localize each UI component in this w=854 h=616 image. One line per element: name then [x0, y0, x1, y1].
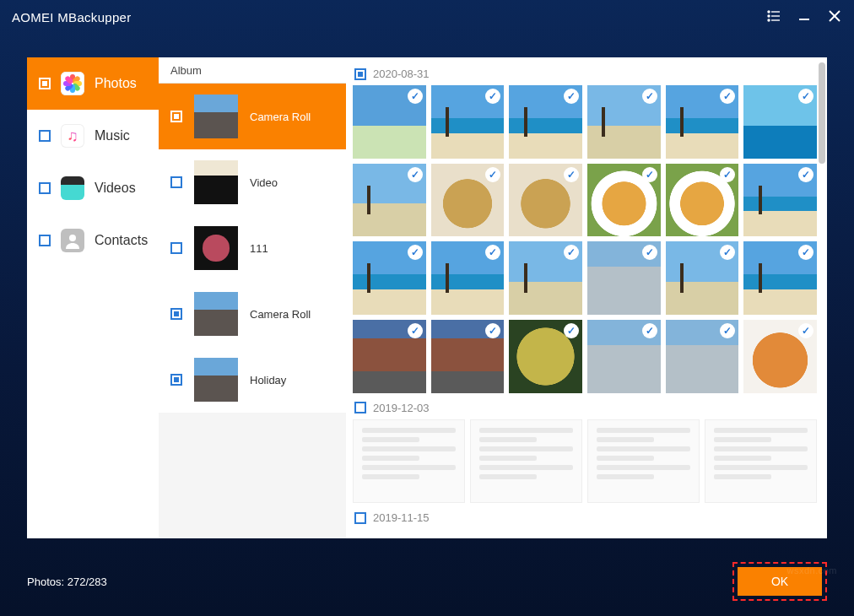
check-icon: ✓: [564, 167, 579, 182]
checkbox-icon[interactable]: [39, 235, 51, 246]
sidebar-item-label: Videos: [95, 181, 136, 196]
check-icon: ✓: [642, 245, 657, 260]
sidebar-item-label: Contacts: [95, 233, 148, 248]
photo-thumbnail[interactable]: ✓: [431, 241, 505, 315]
photo-thumbnail[interactable]: ✓: [587, 85, 661, 159]
photo-grid: ✓✓✓✓✓✓✓✓✓✓✓✓✓✓✓✓✓✓✓✓✓✓✓✓: [353, 85, 817, 393]
checkbox-icon[interactable]: [170, 308, 182, 320]
photo-thumbnail[interactable]: [705, 419, 817, 504]
check-icon: ✓: [642, 167, 657, 182]
date-group-header[interactable]: 2020-08-31: [354, 68, 817, 80]
photo-gallery: 2020-08-31 ✓✓✓✓✓✓✓✓✓✓✓✓✓✓✓✓✓✓✓✓✓✓✓✓ 2019…: [346, 57, 827, 538]
photo-thumbnail[interactable]: ✓: [743, 320, 817, 393]
close-icon[interactable]: [827, 10, 842, 24]
album-thumbnail: [194, 292, 238, 336]
category-sidebar: Photos ♫ Music Videos Contacts: [27, 57, 159, 538]
album-thumbnail: [194, 95, 238, 138]
check-icon: ✓: [408, 245, 423, 260]
photo-thumbnail[interactable]: ✓: [587, 164, 661, 237]
checkbox-icon[interactable]: [170, 176, 182, 188]
photo-thumbnail[interactable]: ✓: [353, 320, 426, 393]
checkbox-icon[interactable]: [170, 111, 182, 122]
date-group-header[interactable]: 2019-11-15: [354, 511, 817, 524]
album-111[interactable]: 111: [159, 215, 346, 281]
sidebar-item-videos[interactable]: Videos: [27, 162, 159, 214]
photo-thumbnail[interactable]: ✓: [587, 320, 661, 393]
check-icon: ✓: [798, 323, 813, 338]
list-view-icon[interactable]: [766, 9, 781, 25]
album-thumbnail: [194, 226, 238, 270]
check-icon: ✓: [564, 89, 579, 104]
checkbox-icon[interactable]: [170, 374, 182, 386]
photo-thumbnail[interactable]: ✓: [743, 85, 817, 159]
album-list-header: Album: [159, 57, 346, 84]
app-title: AOMEI MBackupper: [12, 10, 132, 24]
photo-thumbnail[interactable]: [353, 419, 465, 504]
watermark: wsxdn.com: [786, 565, 837, 575]
sidebar-item-contacts[interactable]: Contacts: [27, 214, 159, 267]
check-icon: ✓: [564, 323, 579, 338]
album-label: Holiday: [250, 374, 286, 386]
app-window: AOMEI MBackupper: [0, 0, 854, 616]
checkbox-icon[interactable]: [170, 242, 182, 254]
check-icon: ✓: [642, 89, 657, 104]
photo-thumbnail[interactable]: ✓: [666, 164, 739, 237]
photo-thumbnail[interactable]: [587, 419, 700, 504]
album-list: Album Camera Roll Video 111 Camera Roll: [159, 57, 346, 538]
checkbox-icon[interactable]: [39, 78, 51, 89]
sidebar-item-music[interactable]: ♫ Music: [27, 110, 159, 162]
album-camera-roll[interactable]: Camera Roll: [159, 84, 346, 149]
svg-point-9: [69, 235, 76, 241]
photo-thumbnail[interactable]: ✓: [431, 164, 505, 237]
window-controls: [766, 9, 842, 25]
album-holiday[interactable]: Holiday: [159, 347, 346, 413]
footer: Photos: 272/283 OK: [27, 562, 827, 601]
photo-thumbnail[interactable]: ✓: [353, 241, 426, 315]
photo-thumbnail[interactable]: ✓: [587, 241, 661, 315]
checkbox-icon[interactable]: [354, 402, 366, 413]
album-video[interactable]: Video: [159, 149, 346, 215]
check-icon: ✓: [642, 323, 657, 338]
date-group-label: 2019-11-15: [373, 511, 430, 524]
contacts-icon: [61, 229, 84, 252]
check-icon: ✓: [408, 323, 423, 338]
photo-thumbnail[interactable]: ✓: [509, 320, 582, 393]
album-label: Video: [250, 176, 278, 189]
album-label: Camera Roll: [250, 308, 311, 321]
photo-thumbnail[interactable]: ✓: [431, 85, 505, 159]
check-icon: ✓: [485, 167, 500, 182]
svg-point-4: [768, 15, 770, 17]
check-icon: ✓: [408, 89, 423, 104]
minimize-icon[interactable]: [797, 10, 812, 24]
checkbox-icon[interactable]: [354, 68, 366, 80]
svg-point-5: [768, 19, 770, 21]
photo-thumbnail[interactable]: ✓: [666, 320, 739, 393]
scrollbar-thumb[interactable]: [819, 62, 825, 164]
gallery-scroll[interactable]: 2020-08-31 ✓✓✓✓✓✓✓✓✓✓✓✓✓✓✓✓✓✓✓✓✓✓✓✓ 2019…: [346, 57, 827, 538]
photo-thumbnail[interactable]: ✓: [509, 164, 582, 237]
checkbox-icon[interactable]: [354, 512, 366, 524]
sidebar-item-photos[interactable]: Photos: [27, 57, 159, 110]
sidebar-item-label: Music: [95, 128, 130, 143]
photo-thumbnail[interactable]: ✓: [743, 164, 817, 237]
album-label: 111: [250, 242, 268, 255]
photo-thumbnail[interactable]: ✓: [353, 164, 426, 237]
date-group-header[interactable]: 2019-12-03: [354, 402, 817, 414]
photo-thumbnail[interactable]: ✓: [353, 85, 426, 159]
photo-grid: [353, 419, 817, 504]
checkbox-icon[interactable]: [39, 130, 51, 142]
check-icon: ✓: [408, 167, 423, 182]
photo-thumbnail[interactable]: ✓: [743, 241, 817, 315]
album-thumbnail: [194, 160, 238, 204]
album-label: Camera Roll: [250, 111, 311, 123]
photo-thumbnail[interactable]: ✓: [509, 241, 582, 315]
check-icon: ✓: [798, 89, 813, 104]
photo-thumbnail[interactable]: [470, 419, 582, 504]
album-camera-roll-2[interactable]: Camera Roll: [159, 281, 346, 347]
checkbox-icon[interactable]: [39, 182, 51, 194]
photo-thumbnail[interactable]: ✓: [431, 320, 505, 393]
photo-thumbnail[interactable]: ✓: [666, 241, 739, 315]
photo-thumbnail[interactable]: ✓: [509, 85, 582, 159]
date-group-label: 2020-08-31: [373, 68, 430, 80]
photo-thumbnail[interactable]: ✓: [666, 85, 739, 159]
